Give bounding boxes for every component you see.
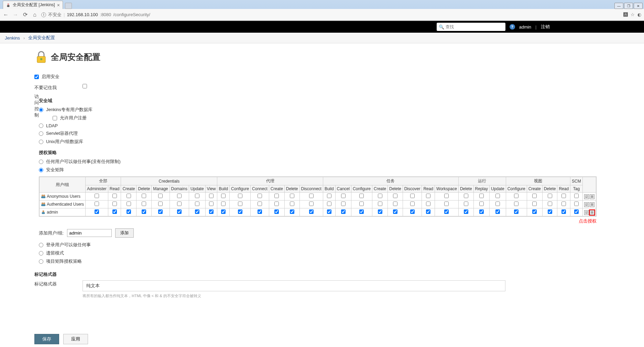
permission-checkbox[interactable] <box>426 194 430 198</box>
profile-icon[interactable]: ◐ <box>637 12 641 17</box>
permission-checkbox[interactable] <box>514 202 519 206</box>
permission-checkbox[interactable] <box>177 194 182 198</box>
permission-checkbox[interactable] <box>258 194 262 198</box>
permission-checkbox[interactable] <box>127 194 131 198</box>
permission-checkbox[interactable] <box>238 209 242 214</box>
permission-checkbox[interactable] <box>464 202 468 206</box>
permission-checkbox[interactable] <box>142 202 146 206</box>
search-input[interactable] <box>446 24 503 29</box>
permission-checkbox[interactable] <box>274 202 279 206</box>
permission-checkbox[interactable] <box>426 202 430 206</box>
permission-checkbox[interactable] <box>221 209 226 214</box>
permission-checkbox[interactable] <box>574 202 579 206</box>
permission-checkbox[interactable] <box>495 194 500 198</box>
permission-checkbox[interactable] <box>158 202 163 206</box>
permission-checkbox[interactable] <box>393 202 397 206</box>
permission-checkbox[interactable] <box>177 202 182 206</box>
permission-checkbox[interactable] <box>479 209 484 214</box>
permission-checkbox[interactable] <box>209 194 214 198</box>
permission-checkbox[interactable] <box>561 202 566 206</box>
permission-checkbox[interactable] <box>274 194 279 198</box>
permission-checkbox[interactable] <box>444 209 449 214</box>
permission-checkbox[interactable] <box>112 202 117 206</box>
user-link[interactable]: admin <box>519 24 531 30</box>
reload-icon[interactable]: ⟳ <box>22 12 28 18</box>
permission-checkbox[interactable] <box>532 209 537 214</box>
permission-checkbox[interactable] <box>95 194 99 198</box>
realm-jenkins-db[interactable]: Jenkins专有用户数据库 <box>39 107 597 113</box>
authz-matrix[interactable]: 安全矩阵 <box>39 167 597 173</box>
enable-security-row[interactable]: 启用安全 <box>34 74 83 80</box>
permission-checkbox[interactable] <box>378 194 382 198</box>
permission-checkbox[interactable] <box>112 194 117 198</box>
markup-select[interactable]: 纯文本 <box>83 280 505 291</box>
permission-checkbox[interactable] <box>95 209 99 214</box>
permission-checkbox[interactable] <box>195 194 199 198</box>
permission-checkbox[interactable] <box>158 194 163 198</box>
permission-checkbox[interactable] <box>532 194 537 198</box>
permission-checkbox[interactable] <box>258 202 262 206</box>
address-bar[interactable]: i 不安全 | 192.168.10.100:8080/configureSec… <box>41 12 620 18</box>
permission-checkbox[interactable] <box>327 209 331 214</box>
permission-checkbox[interactable] <box>95 202 99 206</box>
search-box[interactable]: 🔍 <box>437 23 505 31</box>
permission-checkbox[interactable] <box>290 194 294 198</box>
permission-checkbox[interactable] <box>341 209 346 214</box>
permission-checkbox[interactable] <box>195 209 199 214</box>
permission-checkbox[interactable] <box>548 202 552 206</box>
no-remember-checkbox[interactable] <box>83 84 87 88</box>
permission-checkbox[interactable] <box>479 202 484 206</box>
authz-project-matrix[interactable]: 项目矩阵授权策略 <box>39 258 597 264</box>
permission-checkbox[interactable] <box>479 194 484 198</box>
add-user-input[interactable] <box>67 229 112 237</box>
permission-checkbox[interactable] <box>378 209 382 214</box>
permission-checkbox[interactable] <box>177 209 182 214</box>
breadcrumb-root[interactable]: Jenkins <box>5 35 20 41</box>
permission-checkbox[interactable] <box>514 194 519 198</box>
permission-checkbox[interactable] <box>142 194 146 198</box>
deselect-all-icon[interactable]: ☒ <box>590 210 594 215</box>
allow-signup[interactable]: 允许用户注册 <box>53 115 597 121</box>
permission-checkbox[interactable] <box>561 209 566 214</box>
permission-checkbox[interactable] <box>341 202 346 206</box>
permission-checkbox[interactable] <box>393 194 397 198</box>
realm-servlet[interactable]: Servlet容器代理 <box>39 130 597 137</box>
browser-tab[interactable]: 全局安全配置 [Jenkins] × <box>3 1 63 9</box>
breadcrumb-current[interactable]: 全局安全配置 <box>28 35 55 41</box>
permission-checkbox[interactable] <box>158 209 163 214</box>
permission-checkbox[interactable] <box>393 209 397 214</box>
help-icon[interactable]: ? <box>510 24 515 30</box>
permission-checkbox[interactable] <box>495 209 500 214</box>
enable-security-checkbox[interactable] <box>34 75 39 79</box>
permission-checkbox[interactable] <box>221 202 226 206</box>
deselect-all-icon[interactable]: ☒ <box>590 202 594 207</box>
permission-checkbox[interactable] <box>574 194 579 198</box>
deselect-all-icon[interactable]: ☒ <box>590 194 594 199</box>
permission-checkbox[interactable] <box>574 209 579 214</box>
window-restore-icon[interactable]: ❐ <box>624 3 633 9</box>
permission-checkbox[interactable] <box>444 194 449 198</box>
permission-checkbox[interactable] <box>112 209 117 214</box>
star-icon[interactable]: ☆ <box>631 12 635 17</box>
permission-checkbox[interactable] <box>274 209 279 214</box>
add-button[interactable]: 添加 <box>115 228 134 238</box>
permission-checkbox[interactable] <box>209 209 214 214</box>
select-all-icon[interactable]: ☑ <box>584 194 589 199</box>
permission-checkbox[interactable] <box>464 194 468 198</box>
permission-checkbox[interactable] <box>195 202 199 206</box>
permission-checkbox[interactable] <box>309 202 314 206</box>
logout-link[interactable]: 注销 <box>541 24 550 30</box>
permission-checkbox[interactable] <box>444 202 449 206</box>
permission-checkbox[interactable] <box>464 209 468 214</box>
permission-checkbox[interactable] <box>238 194 242 198</box>
close-icon[interactable]: × <box>57 3 60 8</box>
permission-checkbox[interactable] <box>359 209 364 214</box>
permission-checkbox[interactable] <box>410 202 415 206</box>
realm-ldap[interactable]: LDAP <box>39 123 597 128</box>
permission-checkbox[interactable] <box>495 202 500 206</box>
permission-checkbox[interactable] <box>426 209 430 214</box>
permission-checkbox[interactable] <box>309 209 314 214</box>
permission-checkbox[interactable] <box>359 194 364 198</box>
realm-unix[interactable]: Unix用户/组数据库 <box>39 139 597 145</box>
permission-checkbox[interactable] <box>309 194 314 198</box>
